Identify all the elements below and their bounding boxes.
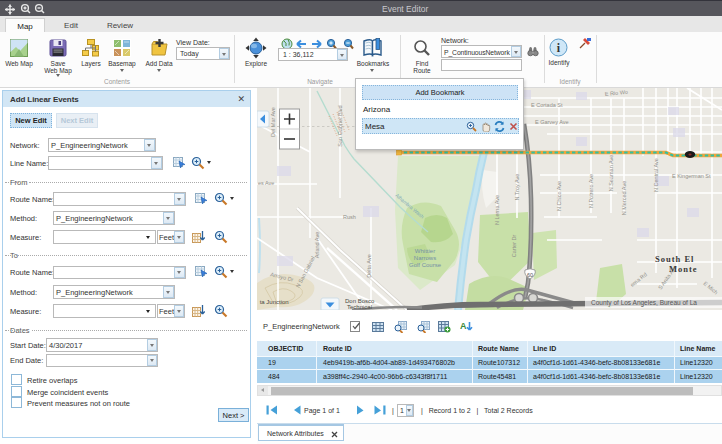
svg-text:60: 60 [527, 272, 533, 278]
svg-text:Narrows: Narrows [414, 255, 436, 261]
svg-text:E Cortada St: E Cortada St [531, 102, 563, 108]
svg-text:es Ave: es Ave [258, 180, 274, 186]
svg-text:South El: South El [655, 254, 694, 264]
svg-text:Whittier: Whittier [415, 248, 435, 254]
svg-text:N Merced Ave: N Merced Ave [621, 181, 627, 215]
svg-text:N Potrero Ave: N Potrero Ave [588, 174, 594, 208]
svg-text:Rush: Rush [343, 214, 356, 220]
svg-text:N Chico Ave: N Chico Ave [556, 181, 562, 211]
svg-text:San Gabriel Blvd: San Gabriel Blvd [337, 105, 343, 146]
svg-text:Monte: Monte [669, 264, 698, 274]
svg-text:Golf Course: Golf Course [409, 262, 442, 268]
svg-text:Del Mar Ave: Del Mar Ave [270, 107, 276, 137]
svg-text:N Lerna Ave: N Lerna Ave [494, 195, 500, 225]
svg-text:N Central Ave: N Central Ave [653, 158, 659, 192]
svg-text:County of Los Angeles, Bureau: County of Los Angeles, Bureau of La [591, 299, 697, 307]
svg-text:Arland Ave: Arland Ave [314, 232, 320, 259]
svg-text:A: A [460, 321, 467, 331]
svg-text:Carter Dr: Carter Dr [511, 235, 517, 258]
svg-text:ta Junction: ta Junction [258, 299, 289, 305]
svg-text:N Seaman Ave: N Seaman Ave [608, 155, 614, 192]
svg-text:E Kingerman St: E Kingerman St [672, 173, 711, 179]
svg-text:E Garvey Ave: E Garvey Ave [535, 119, 569, 125]
svg-text:Delta Ave: Delta Ave [366, 254, 372, 277]
svg-text:N Troy Ave: N Troy Ave [514, 174, 520, 201]
